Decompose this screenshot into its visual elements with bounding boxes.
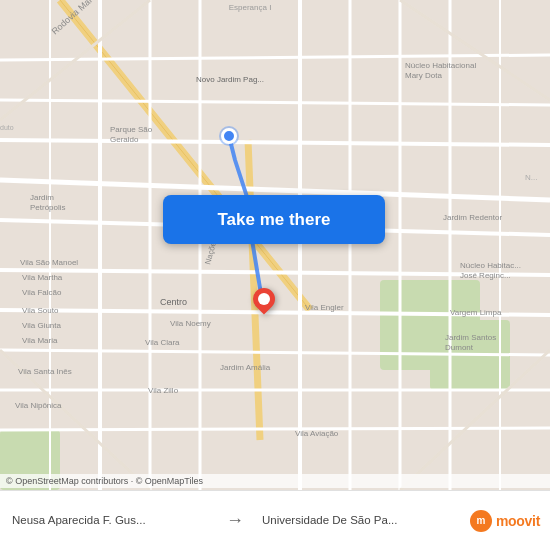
- origin-label: Neusa Aparecida F. Gus...: [12, 513, 146, 528]
- svg-text:Vila Falcão: Vila Falcão: [22, 288, 62, 297]
- svg-text:Vila Maria: Vila Maria: [22, 336, 58, 345]
- svg-text:Vila Noemy: Vila Noemy: [170, 319, 211, 328]
- svg-text:Vila Santa Inês: Vila Santa Inês: [18, 367, 72, 376]
- svg-text:Jardim Santos: Jardim Santos: [445, 333, 496, 342]
- svg-text:Núcleo Habitac...: Núcleo Habitac...: [460, 261, 521, 270]
- arrow-right-icon: →: [220, 510, 250, 531]
- svg-text:Jardim Redentor: Jardim Redentor: [443, 213, 502, 222]
- svg-text:Vila Martha: Vila Martha: [22, 273, 63, 282]
- bottom-bar: Neusa Aparecida F. Gus... → Universidade…: [0, 490, 550, 550]
- copyright-text: © OpenStreetMap contributors · © OpenMap…: [6, 476, 203, 486]
- take-me-there-button[interactable]: Take me there: [163, 195, 385, 244]
- svg-text:Vila Clara: Vila Clara: [145, 338, 180, 347]
- copyright-bar: © OpenStreetMap contributors · © OpenMap…: [0, 474, 550, 488]
- origin-marker: [221, 128, 237, 144]
- svg-text:Petrópolis: Petrópolis: [30, 203, 66, 212]
- svg-text:Dumont: Dumont: [445, 343, 474, 352]
- svg-text:Vila Engler: Vila Engler: [305, 303, 344, 312]
- svg-text:Parque São: Parque São: [110, 125, 153, 134]
- origin-segment: Neusa Aparecida F. Gus...: [0, 513, 220, 528]
- svg-text:Vila Aviação: Vila Aviação: [295, 429, 339, 438]
- svg-text:duto: duto: [0, 124, 14, 131]
- svg-text:N...: N...: [525, 173, 537, 182]
- moovit-icon: m: [470, 510, 492, 532]
- destination-marker: [253, 288, 275, 318]
- svg-text:Vila Nipônica: Vila Nipônica: [15, 401, 62, 410]
- svg-text:Geraldo: Geraldo: [110, 135, 139, 144]
- svg-text:Novo Jardim Pag...: Novo Jardim Pag...: [196, 75, 264, 84]
- svg-text:Núcleo Habitacional: Núcleo Habitacional: [405, 61, 476, 70]
- svg-text:Vila Giunta: Vila Giunta: [22, 321, 62, 330]
- svg-text:Vila Zillo: Vila Zillo: [148, 386, 179, 395]
- moovit-logo: m moovit: [470, 510, 550, 532]
- svg-text:Vila Souto: Vila Souto: [22, 306, 59, 315]
- map-container: Rodovia Marechal Rondon Esperança I Novo…: [0, 0, 550, 490]
- moovit-brand-text: moovit: [496, 513, 540, 529]
- svg-text:Jardim: Jardim: [30, 193, 54, 202]
- svg-text:Vila São Manoel: Vila São Manoel: [20, 258, 78, 267]
- destination-segment: Universidade De São Pa...: [250, 513, 470, 528]
- svg-rect-0: [0, 0, 550, 490]
- svg-text:Centro: Centro: [160, 297, 187, 307]
- destination-label: Universidade De São Pa...: [262, 513, 398, 528]
- svg-text:José Reginc...: José Reginc...: [460, 271, 511, 280]
- svg-text:Vargem Limpa: Vargem Limpa: [450, 308, 502, 317]
- svg-text:Jardim Amália: Jardim Amália: [220, 363, 271, 372]
- svg-text:Mary Dota: Mary Dota: [405, 71, 442, 80]
- svg-text:Esperança I: Esperança I: [229, 3, 272, 12]
